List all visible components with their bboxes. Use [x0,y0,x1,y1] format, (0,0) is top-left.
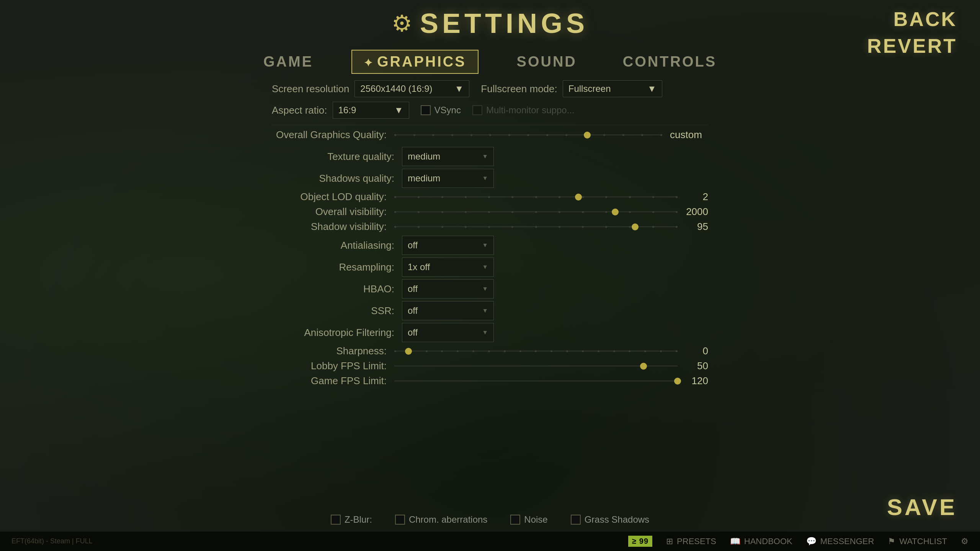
noise-checkbox[interactable] [510,515,520,525]
back-button[interactable]: BACK [893,8,957,31]
ssr-arrow: ▼ [482,307,488,314]
hbao-label: HBAO: [272,283,402,295]
grass-shadows-checkbox[interactable] [571,515,581,525]
noise-checkbox-container[interactable]: Noise [510,514,547,525]
presets-button[interactable]: ⊞ PRESETS [666,536,716,546]
settings-nav-button[interactable]: ⚙ [961,536,969,546]
antialiasing-arrow: ▼ [482,242,488,249]
game-fps-slider[interactable] [394,375,678,387]
hbao-dropdown[interactable]: off ▼ [402,279,494,298]
tab-game[interactable]: GAME [256,51,321,73]
tab-sound[interactable]: SOUND [509,51,585,73]
vsync-checkbox[interactable] [421,105,431,115]
overall-quality-slider[interactable] [394,129,662,141]
multimonitor-label: Multi-monitor suppo... [486,105,575,116]
antialiasing-label: Antialiasing: [272,240,402,251]
noise-label: Noise [524,514,547,525]
anisotropic-label: Anisotropic Filtering: [272,327,402,339]
sharpness-value: 0 [678,345,708,357]
overall-quality-thumb[interactable] [584,132,591,139]
shadows-quality-label: Shadows quality: [272,173,402,184]
visibility-thumb[interactable] [612,209,619,215]
object-lod-slider[interactable] [394,191,678,203]
zblur-checkbox-container[interactable]: Z-Blur: [331,514,372,525]
grass-shadows-label: Grass Shadows [585,514,649,525]
overall-quality-label: Overall Graphics Quality: [272,129,394,141]
settings-icon: ⚙ [392,10,412,37]
lobby-fps-value: 50 [678,360,708,372]
chrom-aberr-label: Chrom. aberrations [409,514,487,525]
sharpness-label: Sharpness: [272,345,394,357]
anisotropic-dropdown[interactable]: off ▼ [402,323,494,342]
save-button[interactable]: SAVE [887,494,957,520]
watchlist-button[interactable]: ⚑ WATCHLIST [888,536,947,546]
fullscreen-label: Fullscreen mode: [481,83,557,95]
tab-controls[interactable]: CONTROLS [615,51,724,73]
aspect-label: Aspect ratio: [272,104,327,116]
grass-shadows-checkbox-container[interactable]: Grass Shadows [571,514,649,525]
hbao-row: HBAO: off ▼ [272,279,708,298]
lobby-fps-slider[interactable] [394,360,678,372]
resampling-dropdown[interactable]: 1x off ▼ [402,258,494,277]
resolution-label: Screen resolution [272,83,349,95]
vsync-label: VSync [434,105,461,116]
separator [272,125,708,125]
resolution-dropdown-arrow: ▼ [455,83,464,94]
texture-quality-dropdown[interactable]: medium ▼ [402,147,494,166]
resolution-dropdown[interactable]: 980x551 (16:9) ▼ [354,80,469,97]
handbook-icon: 📖 [730,536,740,546]
ssr-dropdown[interactable]: off ▼ [402,301,494,320]
object-lod-thumb[interactable] [575,194,582,201]
shadow-visibility-thumb[interactable] [632,223,639,230]
fullscreen-dropdown[interactable]: Fullscreen ▼ [563,80,662,97]
multimonitor-checkbox-container: Multi-monitor suppo... [472,105,575,116]
antialiasing-row: Antialiasing: off ▼ [272,236,708,255]
texture-quality-label: Texture quality: [272,151,402,163]
zblur-label: Z-Blur: [345,514,372,525]
object-lod-value: 2 [678,191,708,203]
sharpness-thumb[interactable] [405,348,412,355]
anisotropic-arrow: ▼ [482,329,488,336]
handbook-button[interactable]: 📖 HANDBOOK [730,536,792,546]
zblur-checkbox[interactable] [331,515,341,525]
lobby-fps-label: Lobby FPS Limit: [272,360,394,372]
fps-indicator: ≥ 99 [628,536,652,547]
texture-dropdown-arrow: ▼ [482,153,488,160]
resampling-label: Resampling: [272,261,402,273]
shadow-visibility-value: 95 [678,221,708,233]
shadows-dropdown-arrow: ▼ [482,175,488,182]
resampling-row: Resampling: 1x off ▼ [272,258,708,277]
settings-nav-icon: ⚙ [961,536,969,546]
anisotropic-row: Anisotropic Filtering: off ▼ [272,323,708,342]
chrom-aberr-checkbox[interactable] [395,515,405,525]
object-lod-label: Object LOD quality: [272,191,394,203]
shadows-quality-dropdown[interactable]: medium ▼ [402,169,494,188]
tab-bar: GAME GRAPHICS SOUND CONTROLS [256,50,724,74]
aspect-dropdown-arrow: ▼ [394,105,403,116]
presets-icon: ⊞ [666,536,673,546]
status-bar: EFT(64bit) - Steam | FULL ≥ 99 ⊞ PRESETS… [0,531,980,551]
aspect-dropdown[interactable]: 16:9 ▼ [333,102,409,119]
game-fps-thumb[interactable] [674,378,681,385]
ssr-row: SSR: off ▼ [272,301,708,320]
messenger-button[interactable]: 💬 MESSENGER [806,536,874,546]
revert-button[interactable]: REVERT [867,34,957,57]
multimonitor-checkbox [472,105,482,115]
game-fps-label: Game FPS Limit: [272,375,394,387]
chrom-aberr-checkbox-container[interactable]: Chrom. aberrations [395,514,487,525]
visibility-label: Overall visibility: [272,206,394,218]
overall-quality-value: custom [662,129,708,141]
page-title: SETTINGS [420,8,588,39]
status-text: EFT(64bit) - Steam | FULL [11,537,93,545]
sharpness-slider[interactable] [394,346,678,357]
messenger-icon: 💬 [806,536,817,546]
antialiasing-dropdown[interactable]: off ▼ [402,236,494,255]
watchlist-icon: ⚑ [888,536,895,546]
lobby-fps-thumb[interactable] [640,363,647,370]
shadow-visibility-slider[interactable] [394,221,678,233]
visibility-slider[interactable] [394,206,678,218]
tab-graphics[interactable]: GRAPHICS [351,50,479,74]
vsync-checkbox-container[interactable]: VSync [421,105,461,116]
resampling-arrow: ▼ [482,264,488,271]
fullscreen-dropdown-arrow: ▼ [647,83,657,94]
